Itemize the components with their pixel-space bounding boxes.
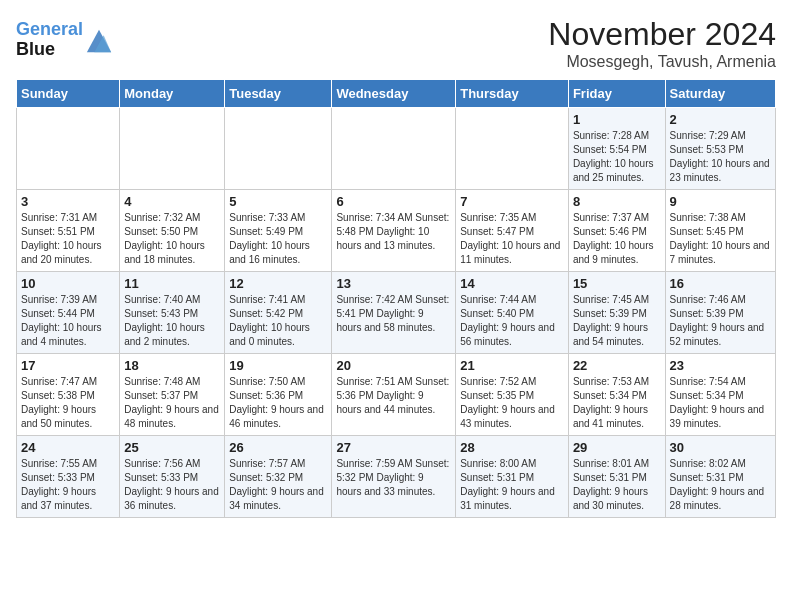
calendar-cell [120, 108, 225, 190]
calendar-cell [17, 108, 120, 190]
calendar-table: SundayMondayTuesdayWednesdayThursdayFrid… [16, 79, 776, 518]
calendar-cell: 13Sunrise: 7:42 AM Sunset: 5:41 PM Dayli… [332, 272, 456, 354]
calendar-cell: 1Sunrise: 7:28 AM Sunset: 5:54 PM Daylig… [568, 108, 665, 190]
calendar-cell: 14Sunrise: 7:44 AM Sunset: 5:40 PM Dayli… [456, 272, 569, 354]
calendar-cell: 23Sunrise: 7:54 AM Sunset: 5:34 PM Dayli… [665, 354, 775, 436]
calendar-cell: 20Sunrise: 7:51 AM Sunset: 5:36 PM Dayli… [332, 354, 456, 436]
calendar-week-row: 3Sunrise: 7:31 AM Sunset: 5:51 PM Daylig… [17, 190, 776, 272]
day-info: Sunrise: 7:46 AM Sunset: 5:39 PM Dayligh… [670, 293, 771, 349]
calendar-cell: 21Sunrise: 7:52 AM Sunset: 5:35 PM Dayli… [456, 354, 569, 436]
col-header-friday: Friday [568, 80, 665, 108]
calendar-week-row: 17Sunrise: 7:47 AM Sunset: 5:38 PM Dayli… [17, 354, 776, 436]
day-number: 1 [573, 112, 661, 127]
calendar-cell: 8Sunrise: 7:37 AM Sunset: 5:46 PM Daylig… [568, 190, 665, 272]
day-number: 11 [124, 276, 220, 291]
day-info: Sunrise: 7:48 AM Sunset: 5:37 PM Dayligh… [124, 375, 220, 431]
col-header-thursday: Thursday [456, 80, 569, 108]
day-number: 7 [460, 194, 564, 209]
day-info: Sunrise: 7:38 AM Sunset: 5:45 PM Dayligh… [670, 211, 771, 267]
calendar-cell: 18Sunrise: 7:48 AM Sunset: 5:37 PM Dayli… [120, 354, 225, 436]
day-number: 22 [573, 358, 661, 373]
day-info: Sunrise: 7:54 AM Sunset: 5:34 PM Dayligh… [670, 375, 771, 431]
day-info: Sunrise: 7:50 AM Sunset: 5:36 PM Dayligh… [229, 375, 327, 431]
day-info: Sunrise: 7:47 AM Sunset: 5:38 PM Dayligh… [21, 375, 115, 431]
day-number: 15 [573, 276, 661, 291]
calendar-cell: 19Sunrise: 7:50 AM Sunset: 5:36 PM Dayli… [225, 354, 332, 436]
day-info: Sunrise: 7:34 AM Sunset: 5:48 PM Dayligh… [336, 211, 451, 253]
logo-icon [85, 26, 113, 54]
day-info: Sunrise: 7:52 AM Sunset: 5:35 PM Dayligh… [460, 375, 564, 431]
day-info: Sunrise: 8:00 AM Sunset: 5:31 PM Dayligh… [460, 457, 564, 513]
day-info: Sunrise: 7:44 AM Sunset: 5:40 PM Dayligh… [460, 293, 564, 349]
calendar-week-row: 24Sunrise: 7:55 AM Sunset: 5:33 PM Dayli… [17, 436, 776, 518]
day-info: Sunrise: 7:55 AM Sunset: 5:33 PM Dayligh… [21, 457, 115, 513]
day-info: Sunrise: 7:40 AM Sunset: 5:43 PM Dayligh… [124, 293, 220, 349]
calendar-cell: 3Sunrise: 7:31 AM Sunset: 5:51 PM Daylig… [17, 190, 120, 272]
calendar-cell: 25Sunrise: 7:56 AM Sunset: 5:33 PM Dayli… [120, 436, 225, 518]
col-header-tuesday: Tuesday [225, 80, 332, 108]
day-info: Sunrise: 7:56 AM Sunset: 5:33 PM Dayligh… [124, 457, 220, 513]
calendar-cell: 29Sunrise: 8:01 AM Sunset: 5:31 PM Dayli… [568, 436, 665, 518]
main-title: November 2024 [548, 16, 776, 53]
day-number: 24 [21, 440, 115, 455]
day-info: Sunrise: 7:57 AM Sunset: 5:32 PM Dayligh… [229, 457, 327, 513]
calendar-cell: 11Sunrise: 7:40 AM Sunset: 5:43 PM Dayli… [120, 272, 225, 354]
day-number: 16 [670, 276, 771, 291]
day-number: 26 [229, 440, 327, 455]
logo: GeneralBlue [16, 20, 113, 60]
day-info: Sunrise: 7:53 AM Sunset: 5:34 PM Dayligh… [573, 375, 661, 431]
day-info: Sunrise: 7:33 AM Sunset: 5:49 PM Dayligh… [229, 211, 327, 267]
day-number: 2 [670, 112, 771, 127]
title-block: November 2024 Mosesgegh, Tavush, Armenia [548, 16, 776, 71]
day-info: Sunrise: 8:01 AM Sunset: 5:31 PM Dayligh… [573, 457, 661, 513]
day-info: Sunrise: 7:42 AM Sunset: 5:41 PM Dayligh… [336, 293, 451, 335]
day-number: 29 [573, 440, 661, 455]
day-number: 13 [336, 276, 451, 291]
day-info: Sunrise: 7:32 AM Sunset: 5:50 PM Dayligh… [124, 211, 220, 267]
calendar-cell: 9Sunrise: 7:38 AM Sunset: 5:45 PM Daylig… [665, 190, 775, 272]
day-number: 6 [336, 194, 451, 209]
calendar-week-row: 1Sunrise: 7:28 AM Sunset: 5:54 PM Daylig… [17, 108, 776, 190]
day-number: 28 [460, 440, 564, 455]
day-info: Sunrise: 7:51 AM Sunset: 5:36 PM Dayligh… [336, 375, 451, 417]
day-info: Sunrise: 7:45 AM Sunset: 5:39 PM Dayligh… [573, 293, 661, 349]
calendar-cell: 26Sunrise: 7:57 AM Sunset: 5:32 PM Dayli… [225, 436, 332, 518]
calendar-week-row: 10Sunrise: 7:39 AM Sunset: 5:44 PM Dayli… [17, 272, 776, 354]
subtitle: Mosesgegh, Tavush, Armenia [548, 53, 776, 71]
day-number: 5 [229, 194, 327, 209]
calendar-cell: 16Sunrise: 7:46 AM Sunset: 5:39 PM Dayli… [665, 272, 775, 354]
day-number: 30 [670, 440, 771, 455]
day-info: Sunrise: 7:59 AM Sunset: 5:32 PM Dayligh… [336, 457, 451, 499]
day-info: Sunrise: 7:39 AM Sunset: 5:44 PM Dayligh… [21, 293, 115, 349]
col-header-saturday: Saturday [665, 80, 775, 108]
calendar-cell: 5Sunrise: 7:33 AM Sunset: 5:49 PM Daylig… [225, 190, 332, 272]
day-number: 20 [336, 358, 451, 373]
day-number: 14 [460, 276, 564, 291]
day-number: 17 [21, 358, 115, 373]
calendar-cell: 12Sunrise: 7:41 AM Sunset: 5:42 PM Dayli… [225, 272, 332, 354]
col-header-monday: Monday [120, 80, 225, 108]
day-info: Sunrise: 7:31 AM Sunset: 5:51 PM Dayligh… [21, 211, 115, 267]
col-header-sunday: Sunday [17, 80, 120, 108]
calendar-cell: 30Sunrise: 8:02 AM Sunset: 5:31 PM Dayli… [665, 436, 775, 518]
day-number: 27 [336, 440, 451, 455]
day-number: 12 [229, 276, 327, 291]
calendar-cell: 7Sunrise: 7:35 AM Sunset: 5:47 PM Daylig… [456, 190, 569, 272]
day-number: 23 [670, 358, 771, 373]
calendar-cell: 4Sunrise: 7:32 AM Sunset: 5:50 PM Daylig… [120, 190, 225, 272]
calendar-header-row: SundayMondayTuesdayWednesdayThursdayFrid… [17, 80, 776, 108]
calendar-cell: 6Sunrise: 7:34 AM Sunset: 5:48 PM Daylig… [332, 190, 456, 272]
page-header: GeneralBlue November 2024 Mosesgegh, Tav… [16, 16, 776, 71]
calendar-cell [456, 108, 569, 190]
day-number: 8 [573, 194, 661, 209]
day-info: Sunrise: 7:29 AM Sunset: 5:53 PM Dayligh… [670, 129, 771, 185]
calendar-cell: 2Sunrise: 7:29 AM Sunset: 5:53 PM Daylig… [665, 108, 775, 190]
day-info: Sunrise: 8:02 AM Sunset: 5:31 PM Dayligh… [670, 457, 771, 513]
col-header-wednesday: Wednesday [332, 80, 456, 108]
calendar-cell: 22Sunrise: 7:53 AM Sunset: 5:34 PM Dayli… [568, 354, 665, 436]
calendar-cell [332, 108, 456, 190]
calendar-cell: 24Sunrise: 7:55 AM Sunset: 5:33 PM Dayli… [17, 436, 120, 518]
day-number: 18 [124, 358, 220, 373]
day-number: 9 [670, 194, 771, 209]
logo-text: GeneralBlue [16, 20, 83, 60]
